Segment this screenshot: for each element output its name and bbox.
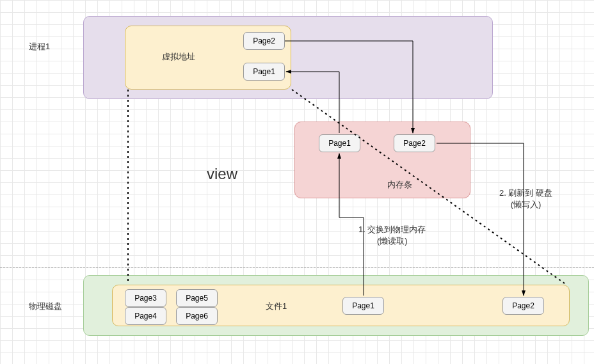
annotation-step1-line1: 1. 交换到物理内存 <box>358 224 426 235</box>
page-node: Page1 <box>342 297 384 315</box>
page-node: Page5 <box>176 289 218 307</box>
file-label: 文件1 <box>266 301 287 312</box>
page-node: Page2 <box>394 134 435 152</box>
process-label: 进程1 <box>29 41 50 52</box>
memory-label: 内存条 <box>387 179 412 191</box>
memory-container <box>294 122 470 198</box>
virtual-address-label: 虚拟地址 <box>162 51 195 63</box>
page-node: Page6 <box>176 307 218 325</box>
page-node: Page4 <box>125 307 166 325</box>
horizontal-divider <box>0 267 594 268</box>
annotation-step2-line1: 2. 刷新到 硬盘 <box>499 187 552 199</box>
annotation-step2: 2. 刷新到 硬盘 (懒写入) <box>499 187 552 210</box>
page-node: Page2 <box>502 297 544 315</box>
annotation-step1-line2: (懒读取) <box>358 235 426 247</box>
disk-label: 物理磁盘 <box>29 301 62 312</box>
page-node: Page3 <box>125 289 166 307</box>
view-text: view <box>207 165 237 183</box>
page-node: Page2 <box>243 32 285 50</box>
page-node: Page1 <box>243 63 285 81</box>
annotation-step1: 1. 交换到物理内存 (懒读取) <box>358 224 426 247</box>
page-node: Page1 <box>319 134 360 152</box>
annotation-step2-line2: (懒写入) <box>499 199 552 210</box>
